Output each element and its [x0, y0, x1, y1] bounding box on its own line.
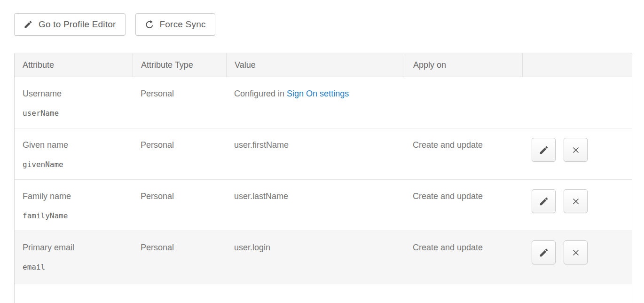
- attribute-type: Personal: [133, 77, 226, 128]
- apply-on-value: Create and update: [405, 180, 522, 231]
- attribute-label: Primary email: [23, 243, 125, 253]
- edit-attribute-button[interactable]: [532, 240, 556, 264]
- apply-on-value: Create and update: [405, 231, 522, 284]
- attribute-cell: Username userName: [15, 77, 133, 128]
- page: Go to Profile Editor Force Sync Attribut…: [0, 0, 644, 303]
- attribute-variable-name: userName: [23, 109, 125, 118]
- table-row-primary-email: Primary email email Personal user.login …: [15, 231, 632, 284]
- table-header-row: Attribute Attribute Type Value Apply on: [15, 53, 632, 77]
- pencil-icon: [539, 247, 549, 258]
- actions-cell: [522, 77, 632, 128]
- attribute-value: user.lastName: [226, 180, 405, 231]
- close-icon: [571, 145, 581, 155]
- attribute-type: Personal: [133, 180, 226, 231]
- table-row-family-name: Family name familyName Personal user.las…: [15, 180, 632, 231]
- attribute-type: Personal: [133, 128, 226, 179]
- pencil-icon: [24, 20, 33, 29]
- attribute-value: user.login: [226, 231, 405, 284]
- attribute-type: Personal: [133, 231, 226, 284]
- attribute-variable-name: familyName: [23, 211, 125, 220]
- attribute-cell: Primary email email: [15, 231, 133, 284]
- table-row-partial: [15, 284, 632, 303]
- attribute-variable-name: givenName: [23, 160, 125, 169]
- apply-on-value: [405, 77, 522, 128]
- edit-attribute-button[interactable]: [532, 138, 556, 162]
- remove-attribute-button[interactable]: [564, 138, 588, 162]
- attribute-label: Family name: [23, 191, 125, 201]
- pencil-icon: [539, 196, 549, 207]
- force-sync-label: Force Sync: [160, 19, 206, 30]
- close-icon: [571, 196, 581, 207]
- attribute-cell: Family name familyName: [15, 180, 133, 231]
- attribute-variable-name: email: [23, 263, 125, 271]
- attribute-value: user.firstName: [226, 128, 405, 179]
- column-header-actions: [522, 53, 632, 77]
- pencil-icon: [539, 145, 549, 155]
- value-prefix-text: Configured in: [234, 89, 287, 98]
- table-row-username: Username userName Personal Configured in…: [15, 77, 632, 128]
- column-header-attribute-type: Attribute Type: [133, 53, 226, 77]
- force-sync-button[interactable]: Force Sync: [135, 13, 215, 36]
- apply-on-value: Create and update: [405, 128, 522, 179]
- close-icon: [571, 247, 581, 258]
- attribute-value: Configured in Sign On settings: [226, 77, 405, 128]
- toolbar: Go to Profile Editor Force Sync: [14, 13, 632, 36]
- remove-attribute-button[interactable]: [564, 240, 588, 264]
- go-to-profile-editor-label: Go to Profile Editor: [39, 19, 116, 30]
- refresh-icon: [145, 20, 154, 29]
- attribute-label: Username: [23, 89, 125, 99]
- sign-on-settings-link[interactable]: Sign On settings: [287, 89, 349, 98]
- edit-attribute-button[interactable]: [532, 189, 556, 213]
- remove-attribute-button[interactable]: [564, 189, 588, 213]
- column-header-value: Value: [226, 53, 405, 77]
- actions-cell: [522, 231, 632, 284]
- attribute-mappings-table: Attribute Attribute Type Value Apply on …: [14, 53, 632, 303]
- table-row-given-name: Given name givenName Personal user.first…: [15, 128, 632, 180]
- actions-cell: [522, 180, 632, 231]
- column-header-apply-on: Apply on: [405, 53, 522, 77]
- attribute-label: Given name: [23, 140, 125, 150]
- actions-cell: [522, 128, 632, 179]
- attribute-cell: Given name givenName: [15, 128, 133, 179]
- column-header-attribute: Attribute: [15, 53, 133, 77]
- go-to-profile-editor-button[interactable]: Go to Profile Editor: [14, 13, 126, 36]
